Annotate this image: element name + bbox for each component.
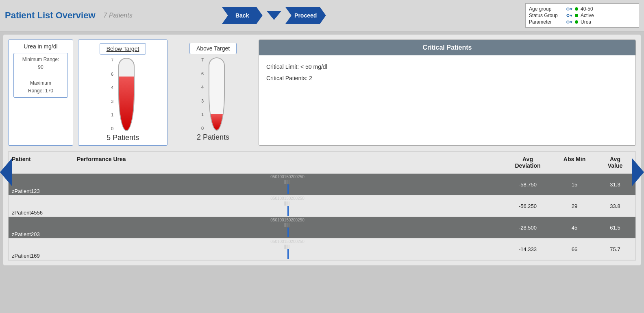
table-body: zPatient123050100150200250||||||-58.7501…	[9, 174, 635, 260]
patient-name: zPatient123	[9, 174, 74, 195]
critical-content: Critical Limit: < 50 mg/dl Critical Pati…	[259, 55, 635, 90]
below-thermo-scale: 7 6 4 3 1 0	[111, 58, 113, 131]
below-thermo-fill	[119, 77, 134, 130]
critical-patients-title: Critical Patients	[259, 40, 635, 55]
urea-max-label: Maximum	[30, 80, 51, 86]
status-dot	[575, 14, 578, 17]
bar-scale: 050100150200250	[270, 239, 305, 244]
avg-value: 33.8	[595, 195, 635, 217]
urea-min-label: Minimum Range:	[22, 57, 59, 62]
filter-row-status: Status Group ⚙▾ Active	[529, 13, 635, 18]
abs-min-value: 45	[554, 217, 595, 238]
bar-scale: 050100150200250	[270, 175, 305, 179]
above-target-button[interactable]: Above Target	[189, 43, 237, 54]
avg-value: 31.3	[595, 174, 635, 195]
below-patient-count: 5 Patients	[107, 134, 139, 142]
above-thermo-wrapper: 7 6 4 3 1 0	[201, 57, 225, 131]
performance-bar-cell: 050100150200250||||||	[74, 239, 501, 260]
page-title: Patient List Overview	[5, 10, 96, 21]
above-patient-count: 2 Patients	[197, 133, 229, 142]
blue-marker	[287, 184, 289, 194]
th-avg-value: AvgValue	[595, 154, 635, 171]
patient-name: zPatient169	[9, 239, 74, 260]
tick-marks: ||||||	[283, 201, 292, 206]
th-avg-deviation: AvgDeviation	[501, 154, 554, 171]
blue-marker	[287, 206, 289, 216]
parameter-filter-icon[interactable]: ⚙▾	[566, 20, 572, 25]
above-target-section: Above Target 7 6 4 3 1 0 2 Patients	[172, 39, 254, 146]
table-row[interactable]: zPatient4556050100150200250||||||-56.250…	[9, 195, 635, 217]
avg-value: 75.7	[595, 239, 635, 260]
urea-min-value: 90	[38, 64, 43, 70]
back-button[interactable]: Back	[222, 7, 263, 24]
status-group-label: Status Group	[529, 13, 564, 18]
bar-scale: 050100150200250	[270, 218, 305, 222]
critical-patients-box: Critical Patients Critical Limit: < 50 m…	[259, 39, 636, 146]
parameter-value: Urea	[581, 19, 591, 25]
critical-count: Critical Patients: 2	[266, 72, 628, 84]
abs-min-value: 15	[554, 174, 595, 195]
urea-max-value: Range: 170	[28, 88, 53, 94]
abs-min-value: 66	[554, 239, 595, 260]
th-performance: Performance Urea	[74, 154, 501, 171]
tick-marks: ||||||	[283, 179, 292, 184]
below-target-section: Below Target 7 6 4 3 1 0 5 Patients	[78, 39, 168, 146]
avg-deviation-value: -58.750	[501, 174, 554, 195]
patient-count: 7 Patients	[104, 12, 133, 19]
tick-marks: ||||||	[283, 223, 292, 227]
bar-scale: 050100150200250	[270, 196, 305, 201]
below-thermo-wrapper: 7 6 4 3 1 0	[111, 58, 135, 131]
above-thermo-fill	[209, 114, 224, 130]
age-group-value: 40-50	[581, 6, 593, 12]
patient-name: zPatient203	[9, 217, 74, 238]
avg-deviation-value: -56.250	[501, 195, 554, 217]
parameter-dot	[575, 20, 578, 24]
age-group-label: Age group	[529, 6, 564, 12]
filter-row-age: Age group ⚙▾ 40-50	[529, 6, 635, 12]
table-row[interactable]: zPatient123050100150200250||||||-58.7501…	[9, 174, 635, 195]
th-patient: Patient	[9, 154, 74, 171]
urea-title: Urea in mg/dl	[13, 43, 68, 50]
blue-marker	[287, 228, 289, 237]
down-arrow-icon	[267, 11, 281, 20]
abs-min-value: 29	[554, 195, 595, 217]
main-content: Urea in mg/dl Minimum Range: 90 Maximum …	[3, 35, 641, 265]
filter-row-parameter: Parameter ⚙▾ Urea	[529, 19, 635, 25]
table-row[interactable]: zPatient169050100150200250||||||-14.3336…	[9, 239, 635, 260]
table-row[interactable]: zPatient203050100150200250||||||-28.5004…	[9, 217, 635, 239]
table-header: Patient Performance Urea AvgDeviation Ab…	[9, 152, 635, 174]
header: Patient List Overview 7 Patients Back Pr…	[0, 0, 644, 31]
status-filter-icon[interactable]: ⚙▾	[566, 13, 572, 18]
th-abs-min: Abs Min	[554, 154, 595, 171]
urea-info-box: Urea in mg/dl Minimum Range: 90 Maximum …	[8, 39, 73, 146]
avg-deviation-value: -28.500	[501, 217, 554, 238]
avg-value: 61.5	[595, 217, 635, 238]
age-status-dot	[575, 7, 578, 11]
above-thermo-scale: 7 6 4 3 1 0	[201, 57, 204, 131]
below-target-button[interactable]: Below Target	[100, 43, 146, 55]
left-nav-arrow[interactable]	[0, 158, 12, 186]
critical-limit: Critical Limit: < 50 mg/dl	[266, 61, 628, 72]
right-nav-arrow[interactable]	[632, 158, 644, 186]
performance-bar-cell: 050100150200250||||||	[74, 174, 501, 195]
parameter-label: Parameter	[529, 19, 564, 25]
below-thermometer	[118, 58, 135, 131]
nav-buttons: Back Proceed	[222, 7, 326, 24]
proceed-button[interactable]: Proceed	[285, 7, 326, 24]
age-filter-icon[interactable]: ⚙▾	[566, 7, 572, 12]
performance-bar-cell: 050100150200250||||||	[74, 195, 501, 217]
urea-range: Minimum Range: 90 Maximum Range: 170	[13, 53, 68, 98]
patient-name: zPatient4556	[9, 195, 74, 217]
avg-deviation-value: -14.333	[501, 239, 554, 260]
stats-panel: Urea in mg/dl Minimum Range: 90 Maximum …	[8, 39, 636, 146]
tick-marks: ||||||	[283, 244, 292, 249]
above-thermometer	[209, 57, 225, 131]
blue-marker	[287, 249, 289, 259]
performance-bar-cell: 050100150200250||||||	[74, 217, 501, 238]
filter-box: Age group ⚙▾ 40-50 Status Group ⚙▾ Activ…	[525, 3, 639, 28]
status-group-value: Active	[581, 13, 594, 18]
patient-table: Patient Performance Urea AvgDeviation Ab…	[8, 151, 636, 260]
